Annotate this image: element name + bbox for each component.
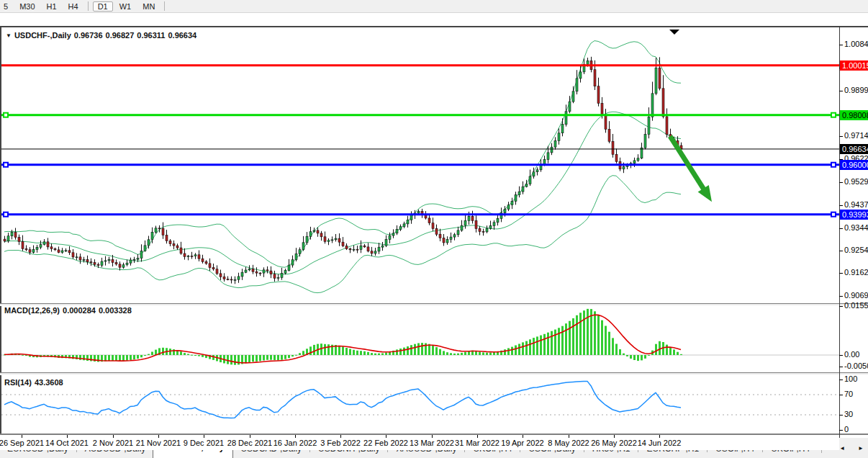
window-border xyxy=(0,26,868,27)
date-label: 22 Feb 2022 xyxy=(361,439,411,447)
trading-terminal: 5M30H1H4D1W1MN ▼USDCHF-,Daily0.967360.96… xyxy=(0,0,868,458)
date-label: 28 Dec 2021 xyxy=(225,439,275,447)
date-label: 26 Sep 2021 xyxy=(0,439,47,447)
date-tick xyxy=(614,435,615,438)
date-tick xyxy=(523,435,523,438)
timeframe-button-h4[interactable]: H4 xyxy=(63,1,83,12)
price-tick: 0.93445 xyxy=(844,223,868,232)
price-tick: 1.00845 xyxy=(844,40,868,48)
low-value: 0.96311 xyxy=(137,31,165,40)
price-tick-tick xyxy=(839,91,843,91)
macd-indicator-label: MACD(12,26,9)0.0002840.003328 xyxy=(4,306,135,315)
candlesticks[interactable] xyxy=(4,57,682,284)
macd-tick-tick xyxy=(839,306,843,307)
rsi-indicator-label: RSI(14)43.3608 xyxy=(4,378,66,387)
level-green-line-price-label: 0.98008 xyxy=(840,110,868,120)
timeframe-button-h1[interactable]: H1 xyxy=(42,1,62,12)
toolbar-divider xyxy=(164,1,165,11)
date-tick xyxy=(477,435,478,438)
time-axis[interactable]: 26 Sep 202114 Oct 20212 Nov 202121 Nov 2… xyxy=(0,435,839,450)
date-label: 19 Apr 2022 xyxy=(497,439,548,447)
price-tick: 0.92545 xyxy=(844,246,868,254)
rsi-tick-tick xyxy=(839,430,843,431)
dropdown-triangle-icon[interactable]: ▼ xyxy=(6,32,12,39)
chart-window[interactable]: ▼USDCHF-,Daily0.967360.968270.963110.966… xyxy=(0,13,868,438)
date-label: 21 Nov 2021 xyxy=(133,439,184,447)
support-blue-line-1-handle[interactable] xyxy=(4,163,8,167)
date-tick xyxy=(432,435,433,438)
price-tick: 0.91620 xyxy=(844,268,868,277)
timeframe-toolbar: 5M30H1H4D1W1MN xyxy=(0,0,868,13)
rsi-name: RSI(14) xyxy=(4,378,32,387)
rsi-value: 43.3608 xyxy=(35,378,63,387)
support-blue-line-1-handle[interactable] xyxy=(831,163,836,167)
timeframe-button-d1[interactable]: D1 xyxy=(93,1,113,12)
date-label: 14 Jun 2022 xyxy=(634,439,684,447)
support-blue-line-2-handle[interactable] xyxy=(831,212,836,217)
rsi-tick-tick xyxy=(839,415,843,416)
support-blue-line-2-handle[interactable] xyxy=(4,212,8,217)
resistance-red-line-price-label: 1.00015 xyxy=(840,60,868,71)
price-tick-tick xyxy=(839,205,843,206)
price-axis-border xyxy=(839,26,840,450)
level-green-line-handle[interactable] xyxy=(831,113,836,117)
rsi-tick-tick xyxy=(839,395,843,395)
chart-title: ▼USDCHF-,Daily0.967360.968270.963110.966… xyxy=(6,31,199,40)
price-tick-tick xyxy=(839,273,843,274)
price-tick-tick xyxy=(839,136,843,137)
date-tick xyxy=(113,435,114,438)
date-label: 8 May 2022 xyxy=(543,439,594,447)
date-label: 31 Mar 2022 xyxy=(452,439,502,447)
timeframe-button-m30[interactable]: M30 xyxy=(14,1,40,12)
price-marker-triangle-icon[interactable] xyxy=(669,30,679,35)
date-label: 14 Oct 2021 xyxy=(42,439,92,447)
price-tick-tick xyxy=(839,296,843,297)
rsi-tick: 100 xyxy=(844,374,857,383)
date-tick xyxy=(158,435,159,438)
support-blue-line-1-price-label: 0.96000 xyxy=(840,160,868,170)
date-tick xyxy=(340,435,341,438)
date-label: 16 Jan 2022 xyxy=(270,439,320,447)
timeframe-button-mn[interactable]: MN xyxy=(137,1,160,12)
level-green-line-handle[interactable] xyxy=(4,113,8,117)
price-tick: 0.97145 xyxy=(844,131,868,140)
symbol-period-label: USDCHF-,Daily xyxy=(14,31,71,40)
current-price-label: 0.96634 xyxy=(840,144,868,154)
rsi-tick: 0 xyxy=(844,425,849,434)
tab-scroll-right-icon[interactable]: ► xyxy=(858,445,864,452)
pane-separator[interactable] xyxy=(0,372,868,375)
price-tick: 0.95295 xyxy=(844,177,868,186)
tab-scroll-left-icon[interactable]: ◄ xyxy=(839,445,845,452)
price-tick: 0.98995 xyxy=(844,86,868,94)
toolbar-divider xyxy=(88,1,89,11)
date-tick xyxy=(295,435,296,438)
support-blue-line-2-price-label: 0.93993 xyxy=(840,210,868,220)
rsi-tick: 70 xyxy=(844,390,853,398)
date-label: 9 Dec 2021 xyxy=(178,439,229,447)
date-tick xyxy=(569,435,569,438)
timeframe-button-w1[interactable]: W1 xyxy=(114,1,137,12)
date-tick xyxy=(386,435,386,438)
price-tick-tick xyxy=(839,228,843,229)
price-tick: 0.90695 xyxy=(844,291,868,300)
date-tick xyxy=(659,435,660,438)
date-label: 2 Nov 2021 xyxy=(88,439,138,447)
date-label: 13 Mar 2022 xyxy=(407,439,457,447)
macd-tick-tick xyxy=(839,367,843,367)
timeframe-button-5[interactable]: 5 xyxy=(0,1,13,12)
window-border xyxy=(0,26,1,450)
date-tick xyxy=(67,435,68,438)
rsi-line xyxy=(4,381,681,418)
macd-histogram xyxy=(4,309,682,365)
price-tick-tick xyxy=(839,182,843,183)
macd-main-value: 0.000284 xyxy=(63,306,96,315)
close-value: 0.96634 xyxy=(168,31,196,40)
macd-tick: -0.00507 xyxy=(844,362,868,370)
macd-name: MACD(12,26,9) xyxy=(4,306,60,315)
date-tick xyxy=(250,435,250,438)
macd-tick: 0.01555 xyxy=(844,301,868,310)
price-tick: 0.94370 xyxy=(844,200,868,209)
macd-tick-tick xyxy=(839,355,843,356)
date-label: 3 Feb 2022 xyxy=(315,439,366,447)
macd-tick: 0.00 xyxy=(844,350,859,359)
